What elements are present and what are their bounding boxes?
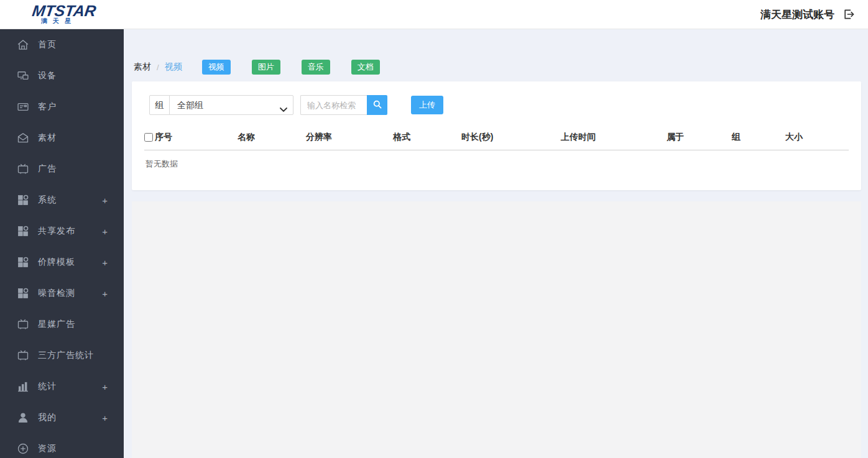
- upload-button[interactable]: 上传: [411, 96, 443, 114]
- search-group: [300, 95, 387, 115]
- materials-icon: [16, 132, 29, 145]
- tab-image[interactable]: 图片: [252, 60, 280, 75]
- logo-title: MTSTAR: [31, 4, 96, 17]
- expand-plus-icon[interactable]: +: [102, 216, 108, 247]
- tv-icon: [16, 163, 29, 176]
- expand-plus-icon[interactable]: +: [102, 278, 108, 309]
- sidebar-item-customers[interactable]: 客户: [0, 91, 124, 122]
- column-header-belongs-to: 属于: [667, 132, 732, 143]
- sidebar-item-statistics[interactable]: 统计 +: [0, 371, 124, 402]
- modules-icon: [16, 194, 29, 207]
- top-header: MTSTAR 满天星 满天星测试账号: [0, 0, 868, 29]
- sidebar-item-home[interactable]: 首页: [0, 29, 124, 60]
- chart-icon: [16, 380, 29, 393]
- sidebar-item-label: 广告: [38, 163, 57, 175]
- sidebar-item-thirdparty-ad-stats[interactable]: 三方广告统计: [0, 340, 124, 371]
- sidebar-item-label: 我的: [38, 412, 57, 423]
- group-filter-label: 组: [149, 95, 170, 115]
- sidebar-item-label: 噪音检测: [38, 288, 75, 299]
- filter-row: 组 全部组: [149, 81, 849, 115]
- sidebar-item-resources[interactable]: 资源: [0, 433, 124, 458]
- sidebar-item-label: 共享发布: [38, 226, 75, 237]
- sidebar-item-label: 星媒广告: [38, 319, 75, 330]
- expand-plus-icon[interactable]: +: [102, 247, 108, 278]
- empty-state-text: 暂无数据: [144, 150, 849, 178]
- account-name: 满天星测试账号: [760, 7, 834, 22]
- column-header-duration: 时长(秒): [461, 132, 561, 143]
- column-header-label: 序号: [155, 132, 172, 143]
- group-select[interactable]: 全部组: [169, 95, 293, 115]
- plus-circle-icon: [16, 442, 29, 456]
- breadcrumb-current[interactable]: 视频: [165, 62, 182, 73]
- breadcrumb: 素材 / 视频: [134, 62, 182, 73]
- user-icon: [16, 411, 29, 424]
- breadcrumb-separator: /: [157, 63, 159, 72]
- sidebar-item-label: 客户: [38, 101, 57, 112]
- sidebar-item-label: 统计: [38, 381, 57, 392]
- column-header-size: 大小: [785, 132, 840, 143]
- breadcrumb-root: 素材: [134, 62, 151, 73]
- tab-music[interactable]: 音乐: [302, 60, 330, 75]
- main-content: 素材 / 视频 视频 图片 音乐 文档 组 全部组: [124, 29, 868, 458]
- expand-plus-icon[interactable]: +: [102, 402, 108, 433]
- sidebar-item-label: 资源: [38, 443, 57, 454]
- modules-icon: [16, 256, 29, 269]
- expand-plus-icon[interactable]: +: [102, 185, 108, 216]
- sidebar-item-share-publish[interactable]: 共享发布 +: [0, 216, 124, 247]
- tab-video[interactable]: 视频: [202, 60, 231, 75]
- column-header-group: 组: [732, 132, 785, 143]
- column-header-upload-time: 上传时间: [561, 132, 667, 143]
- sidebar-item-noise-detect[interactable]: 噪音检测 +: [0, 278, 124, 309]
- breadcrumb-tab-row: 素材 / 视频 视频 图片 音乐 文档: [132, 60, 861, 75]
- sidebar-item-label: 价牌模板: [38, 257, 75, 268]
- material-type-tabs: 视频 图片 音乐 文档: [202, 60, 401, 75]
- tv-icon: [16, 349, 29, 362]
- sidebar-item-label: 三方广告统计: [38, 350, 94, 361]
- logout-icon[interactable]: [842, 7, 856, 21]
- sidebar-item-label: 首页: [38, 39, 57, 50]
- sidebar-item-materials[interactable]: 素材: [0, 122, 124, 153]
- devices-icon: [16, 70, 29, 83]
- sidebar-item-starmedia-ads[interactable]: 星媒广告: [0, 309, 124, 340]
- customers-icon: [16, 101, 29, 114]
- sidebar-item-mine[interactable]: 我的 +: [0, 402, 124, 433]
- select-all-checkbox[interactable]: [144, 133, 153, 142]
- group-select-wrap: 全部组: [169, 95, 293, 115]
- sidebar: 首页 设备 客户 素材: [0, 29, 124, 458]
- column-header-seq: 序号: [144, 132, 238, 143]
- modules-icon: [16, 287, 29, 300]
- app-window: MTSTAR 满天星 满天星测试账号 首页: [0, 0, 868, 458]
- tv-icon: [16, 318, 29, 331]
- column-header-format: 格式: [393, 132, 461, 143]
- search-icon: [372, 99, 382, 111]
- search-input[interactable]: [300, 95, 367, 115]
- tab-document[interactable]: 文档: [351, 60, 380, 75]
- search-button[interactable]: [367, 95, 387, 115]
- account-area: 满天星测试账号: [760, 7, 868, 22]
- modules-icon: [16, 225, 29, 238]
- sidebar-item-ads[interactable]: 广告: [0, 153, 124, 185]
- sidebar-item-label: 设备: [38, 70, 57, 81]
- column-header-name: 名称: [238, 132, 306, 143]
- home-icon: [16, 39, 29, 52]
- sidebar-item-label: 系统: [38, 195, 57, 206]
- sidebar-item-devices[interactable]: 设备: [0, 60, 124, 91]
- lower-panel: [132, 201, 861, 458]
- sidebar-item-price-template[interactable]: 价牌模板 +: [0, 247, 124, 278]
- mtstar-logo: MTSTAR 满天星: [0, 4, 124, 25]
- expand-plus-icon[interactable]: +: [102, 371, 108, 402]
- sidebar-item-system[interactable]: 系统 +: [0, 185, 124, 216]
- column-header-resolution: 分辨率: [306, 132, 393, 143]
- material-list-card: 组 全部组: [132, 81, 861, 190]
- table-header-row: 序号 名称 分辨率 格式 时长(秒) 上传时间 属于 组 大小: [144, 132, 849, 150]
- sidebar-item-label: 素材: [38, 132, 57, 144]
